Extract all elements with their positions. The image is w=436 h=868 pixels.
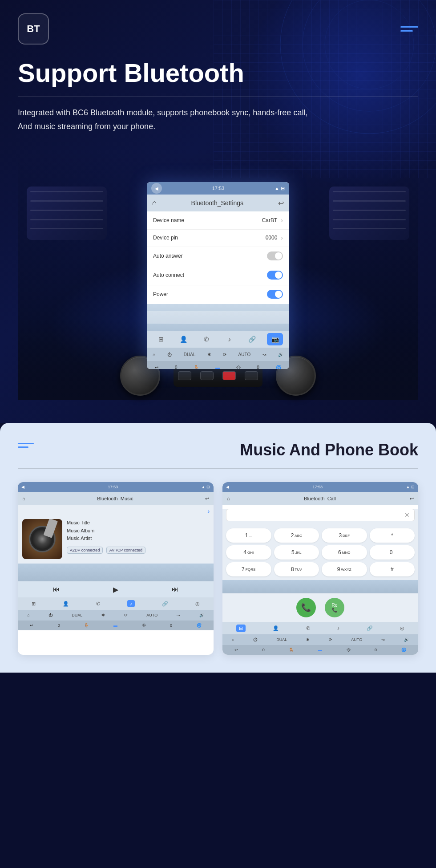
- ct-slider[interactable]: ▬: [318, 648, 322, 652]
- music-time: 17:53: [108, 485, 118, 489]
- ctrl-btn-2[interactable]: [200, 371, 214, 380]
- device-name-row[interactable]: Device name CarBT ›: [147, 212, 289, 228]
- loop-icon[interactable]: ⟳: [223, 352, 226, 357]
- cn-home[interactable]: ⌂: [232, 637, 234, 642]
- call-nav-bar: ⌂ Bluetooth_Call ↩: [222, 492, 418, 505]
- cn-power[interactable]: ⏻: [253, 637, 257, 642]
- dial-hash[interactable]: #: [370, 562, 415, 576]
- mt-seat[interactable]: 🪑: [84, 623, 89, 628]
- power-nav-icon[interactable]: ⏻: [167, 352, 172, 357]
- call-person-icon[interactable]: 👤: [273, 625, 279, 631]
- dial-6[interactable]: 6MNO: [322, 545, 367, 560]
- call-nav-back[interactable]: ↩: [410, 496, 414, 502]
- call-music-icon[interactable]: ♪: [337, 625, 340, 631]
- mt-slider[interactable]: ▬: [113, 623, 117, 628]
- play-button[interactable]: ▶: [113, 585, 118, 594]
- auto-connect-row[interactable]: Auto connect: [147, 266, 289, 284]
- music-person-icon[interactable]: 👤: [63, 601, 69, 607]
- dial-2[interactable]: 2ABC: [274, 528, 319, 543]
- mt-front[interactable]: ⛗: [142, 623, 146, 628]
- ct-front[interactable]: ⛗: [347, 648, 351, 652]
- phone-icon[interactable]: ✆: [198, 333, 214, 345]
- seat-icon[interactable]: 🪑: [194, 365, 199, 369]
- music-icon[interactable]: ♪: [222, 333, 238, 345]
- mn-dual: DUAL: [72, 613, 82, 617]
- music-phone-icon[interactable]: ✆: [96, 601, 100, 607]
- call-home-icon[interactable]: ⌂: [227, 496, 230, 501]
- front-icon[interactable]: ⛗: [236, 365, 241, 369]
- ctrl-btn-3[interactable]: [222, 371, 236, 380]
- power-row[interactable]: Power: [147, 285, 289, 303]
- ct-back[interactable]: ↩: [234, 648, 238, 652]
- grid-icon[interactable]: ⊞: [153, 333, 169, 345]
- dial-0[interactable]: 0·: [370, 545, 415, 560]
- cn-loop[interactable]: ⟳: [329, 637, 332, 642]
- auto-answer-toggle[interactable]: [267, 251, 283, 260]
- mn-home[interactable]: ⌂: [27, 613, 29, 617]
- auto-connect-toggle[interactable]: [267, 271, 283, 280]
- dial-9[interactable]: 9WXYZ: [322, 562, 367, 576]
- dial-1[interactable]: 1—: [226, 528, 271, 543]
- hero-title: Support Bluetooth: [18, 58, 418, 88]
- mn-snow[interactable]: ✱: [101, 613, 105, 617]
- music-camera-icon[interactable]: ◎: [195, 601, 200, 607]
- call-link-icon[interactable]: 🔗: [367, 625, 373, 631]
- call-grid-icon[interactable]: ⊞: [236, 625, 246, 632]
- power-toggle[interactable]: [267, 290, 283, 299]
- call-phone-icon[interactable]: ✆: [306, 625, 310, 631]
- fan-icon[interactable]: 🌀: [276, 365, 281, 369]
- music-nav-back[interactable]: ↩: [205, 496, 209, 502]
- music-grid-icon[interactable]: ⊞: [32, 601, 36, 607]
- temp-slider[interactable]: ▬: [215, 365, 220, 369]
- person-icon[interactable]: 👤: [176, 333, 192, 345]
- lower-divider: [18, 468, 418, 469]
- mt-back[interactable]: ↩: [30, 623, 33, 628]
- screen-back-button[interactable]: ◀: [151, 183, 162, 194]
- lower-menu-icon[interactable]: [18, 443, 34, 448]
- link-icon[interactable]: 🔗: [244, 333, 260, 345]
- dial-star[interactable]: *: [370, 528, 415, 543]
- dial-5[interactable]: 5JKL: [274, 545, 319, 560]
- dial-4[interactable]: 4GHI: [226, 545, 271, 560]
- mn-loop[interactable]: ⟳: [124, 613, 128, 617]
- music-home-icon[interactable]: ⌂: [22, 496, 25, 501]
- mn-vol[interactable]: 🔊: [199, 613, 204, 617]
- music-link-icon[interactable]: 🔗: [162, 601, 168, 607]
- screen-home-icon[interactable]: ⌂: [152, 199, 157, 207]
- ct-seat[interactable]: 🪑: [289, 648, 294, 652]
- next-button[interactable]: ⏭: [171, 585, 178, 593]
- music-back-btn[interactable]: ◀: [21, 485, 24, 489]
- camera-icon[interactable]: 📷: [267, 333, 283, 345]
- call-answer-button[interactable]: 📞: [296, 598, 316, 617]
- mn-route[interactable]: ↝: [177, 613, 180, 617]
- dial-8[interactable]: 8TUV: [274, 562, 319, 576]
- auto-answer-row[interactable]: Auto answer: [147, 247, 289, 265]
- home-nav-icon[interactable]: ⌂: [153, 352, 155, 357]
- call-back-btn[interactable]: ◀: [226, 485, 229, 489]
- cn-snow[interactable]: ✱: [306, 637, 310, 642]
- ctrl-btn-1[interactable]: [178, 371, 191, 380]
- mn-power[interactable]: ⏻: [48, 613, 52, 617]
- cn-route[interactable]: ↝: [381, 637, 385, 642]
- mt-fan[interactable]: 🌀: [197, 623, 202, 628]
- call-clear-icon[interactable]: ✕: [404, 511, 410, 519]
- cn-vol[interactable]: 🔊: [404, 637, 409, 642]
- call-camera-icon[interactable]: ◎: [400, 625, 404, 631]
- call-input-area[interactable]: ✕: [226, 509, 415, 521]
- back-icon[interactable]: ↩: [155, 365, 158, 369]
- snowflake-icon[interactable]: ✱: [207, 352, 211, 357]
- call-redial-button[interactable]: Re📞: [325, 598, 344, 617]
- music-music-icon[interactable]: ♪: [127, 600, 135, 607]
- ct-fan[interactable]: 🌀: [401, 648, 406, 652]
- prev-button[interactable]: ⏮: [53, 585, 60, 593]
- menu-button[interactable]: [400, 26, 418, 32]
- dial-3[interactable]: 3DEF: [322, 528, 367, 543]
- volume-icon[interactable]: 🔊: [278, 352, 283, 357]
- music-main-content: ♪ Music Title Music Album Music Artist: [18, 505, 214, 597]
- bt-logo: BT: [18, 13, 49, 45]
- route-icon[interactable]: ↝: [262, 352, 266, 357]
- screen-nav-back[interactable]: ↩: [278, 199, 284, 207]
- dial-7[interactable]: 7PQRS: [226, 562, 271, 576]
- ctrl-btn-4[interactable]: [245, 371, 258, 380]
- device-pin-row[interactable]: Device pin 0000 ›: [147, 229, 289, 246]
